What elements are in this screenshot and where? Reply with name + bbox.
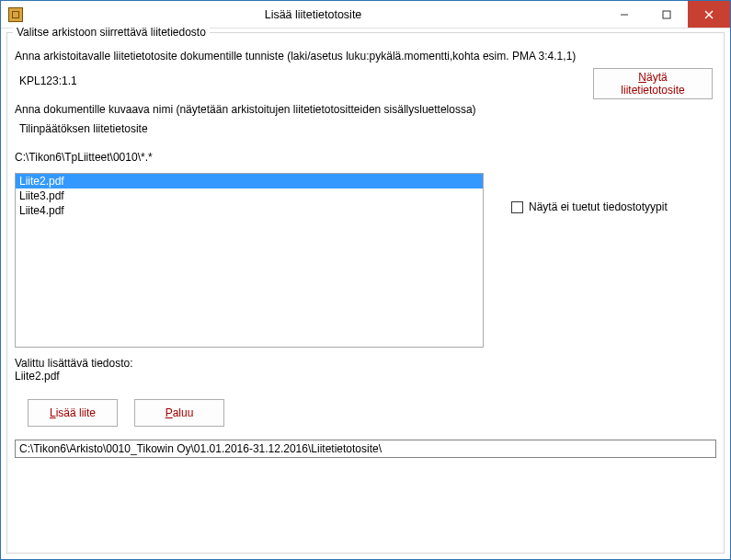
svg-rect-1 bbox=[663, 11, 670, 18]
minimize-button[interactable] bbox=[603, 1, 645, 28]
list-item[interactable]: Liite3.pdf bbox=[16, 189, 483, 203]
list-item[interactable]: Liite4.pdf bbox=[16, 203, 483, 218]
label-selected-file-heading: Valittu lisättävä tiedosto: bbox=[15, 357, 716, 370]
group-legend: Valitse arkistoon siirrettävä liitetiedo… bbox=[13, 26, 210, 39]
close-button[interactable] bbox=[688, 1, 730, 28]
label-selected-file: Liite2.pdf bbox=[15, 370, 716, 383]
add-attachment-button[interactable]: Lisää liite bbox=[28, 399, 118, 427]
client-area: Valitse arkistoon siirrettävä liitetiedo… bbox=[1, 29, 730, 559]
label-source-path: C:\Tikon6\TpLiitteet\0010\*.* bbox=[15, 151, 716, 164]
group-select-file: Valitse arkistoon siirrettävä liitetiedo… bbox=[6, 32, 725, 554]
list-item[interactable]: Liite2.pdf bbox=[16, 174, 483, 189]
add-attachment-rest: isää liite bbox=[56, 406, 96, 419]
label-instruction-1: Anna arkistoitavalle liitetietotosite do… bbox=[15, 50, 716, 63]
window-frame: Lisää liitetietotosite Valitse arkistoon… bbox=[0, 0, 731, 560]
file-listbox[interactable]: Liite2.pdfLiite3.pdfLiite4.pdf bbox=[15, 173, 484, 348]
show-unsupported-label: Näytä ei tuetut tiedostotyypit bbox=[529, 200, 668, 213]
add-attachment-accel: L bbox=[50, 406, 56, 419]
window-controls bbox=[603, 1, 730, 28]
window-title: Lisää liitetietotosite bbox=[23, 8, 603, 21]
show-attachment-accel: N bbox=[638, 71, 646, 84]
minimize-icon bbox=[620, 10, 629, 19]
show-attachment-button[interactable]: Näytä liitetietotosite bbox=[593, 68, 713, 99]
maximize-button[interactable] bbox=[645, 1, 688, 28]
maximize-icon bbox=[662, 10, 671, 19]
input-document-id[interactable] bbox=[15, 72, 199, 90]
titlebar[interactable]: Lisää liitetietotosite bbox=[1, 1, 730, 29]
label-instruction-2: Anna dokumentille kuvaava nimi (näytetää… bbox=[15, 103, 716, 116]
return-rest: aluu bbox=[173, 406, 194, 419]
archive-path-display: C:\Tikon6\Arkisto\0010_Tikowin Oy\01.01.… bbox=[15, 440, 716, 458]
show-unsupported-checkbox[interactable] bbox=[511, 201, 523, 213]
return-button[interactable]: Paluu bbox=[134, 399, 224, 427]
show-attachment-rest: äytä liitetietotosite bbox=[621, 71, 684, 97]
close-icon bbox=[704, 10, 714, 19]
app-icon bbox=[8, 7, 23, 22]
input-document-name[interactable] bbox=[15, 120, 716, 138]
return-accel: P bbox=[166, 406, 173, 419]
